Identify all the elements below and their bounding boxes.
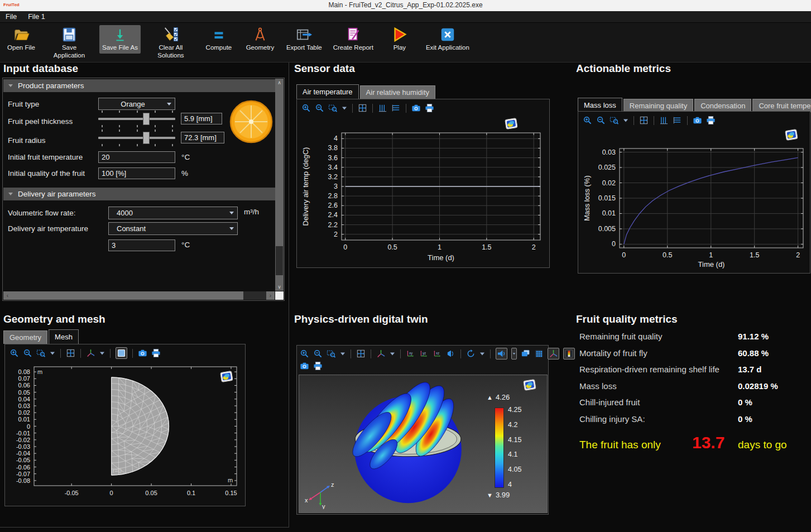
create-report-icon bbox=[345, 26, 362, 43]
caret-down-icon[interactable] bbox=[50, 348, 55, 358]
slider-handle[interactable] bbox=[143, 132, 150, 144]
menu-item-file[interactable]: File bbox=[0, 12, 22, 23]
printer-icon[interactable] bbox=[425, 103, 434, 113]
fruit-radius-slider[interactable] bbox=[98, 130, 175, 146]
scroll-down-icon[interactable]: ∨ bbox=[275, 283, 284, 291]
peel-thickness-slider[interactable] bbox=[98, 111, 175, 127]
open-file-button[interactable]: Open File bbox=[3, 25, 39, 54]
printer-icon[interactable] bbox=[706, 116, 716, 125]
fit-view-icon[interactable] bbox=[358, 103, 367, 113]
slider-track[interactable] bbox=[98, 118, 175, 120]
light-icon[interactable] bbox=[446, 349, 455, 358]
sensor-chart[interactable]: 00.511.5222.22.42.62.833.23.43.63.84Time… bbox=[297, 126, 549, 268]
massloss-chart[interactable]: 00.511.5200.0050.010.0150.020.0250.03Tim… bbox=[578, 141, 811, 275]
y-grid-icon[interactable] bbox=[378, 103, 387, 113]
export-table-button[interactable]: Export Table bbox=[284, 25, 325, 54]
view-xz-icon[interactable]: xz bbox=[433, 349, 442, 358]
axis-triad-icon[interactable] bbox=[548, 348, 559, 360]
zoom-box-icon[interactable] bbox=[327, 349, 336, 358]
mesh-plot[interactable]: -0.0500.050.10.150.080.070.060.050.040.0… bbox=[6, 361, 244, 506]
save-application-button[interactable]: Save Application bbox=[45, 25, 94, 61]
twin-viewport[interactable]: ▲4.264.254.24.154.14.054▼3.99 x y z bbox=[299, 375, 548, 513]
camera-icon[interactable] bbox=[693, 116, 702, 125]
tab-condensation[interactable]: Condensation bbox=[694, 99, 751, 112]
view-yz-icon[interactable]: yz bbox=[419, 349, 429, 358]
scroll-up-icon[interactable]: ∧ bbox=[275, 79, 284, 87]
flow-rate-dropdown[interactable]: 4000 bbox=[108, 207, 238, 219]
zoom-box-icon[interactable] bbox=[36, 348, 46, 358]
axis-triad-icon[interactable] bbox=[376, 349, 386, 358]
initial-quality-input[interactable]: 100 [%] bbox=[98, 167, 175, 179]
y-grid-icon[interactable] bbox=[659, 116, 669, 125]
play-button[interactable]: Play bbox=[382, 25, 418, 54]
tab-mass-loss[interactable]: Mass loss bbox=[578, 98, 622, 112]
delivery-temp-dropdown[interactable]: Constant bbox=[108, 222, 238, 235]
view-xy-icon[interactable]: xy bbox=[406, 349, 415, 358]
caret-down-icon[interactable] bbox=[340, 349, 345, 358]
geometry-button[interactable]: Geometry bbox=[242, 25, 278, 54]
rotate-icon[interactable] bbox=[466, 349, 476, 358]
fit-view-icon[interactable] bbox=[356, 349, 366, 358]
tab-remaining-quality[interactable]: Remaining quality bbox=[623, 99, 693, 112]
slider-handle[interactable] bbox=[143, 113, 150, 125]
delivery-air-header[interactable]: Delivery air parameters bbox=[3, 188, 275, 200]
zoom-out-icon[interactable] bbox=[315, 103, 324, 113]
zoom-box-icon[interactable] bbox=[610, 116, 619, 125]
zoom-out-icon[interactable] bbox=[596, 116, 606, 125]
colorbar-icon[interactable] bbox=[563, 348, 575, 360]
zoom-in-icon[interactable] bbox=[9, 348, 19, 358]
caret-down-icon[interactable] bbox=[342, 103, 347, 113]
exit-application-button[interactable]: Exit Application bbox=[423, 25, 472, 54]
vertical-scrollbar[interactable]: ∧ ∨ bbox=[275, 79, 284, 291]
zoom-box-icon[interactable] bbox=[328, 103, 338, 113]
save-file-as-button[interactable]: Save File As bbox=[99, 25, 141, 54]
scrollbar-thumb[interactable] bbox=[276, 246, 283, 275]
camera-icon[interactable] bbox=[138, 348, 147, 358]
scene-icon[interactable] bbox=[521, 349, 530, 358]
create-report-button[interactable]: Create Report bbox=[330, 25, 376, 54]
caret-down-icon[interactable] bbox=[99, 348, 105, 358]
menu-item-file-1[interactable]: File 1 bbox=[22, 12, 51, 23]
axis-triad-icon[interactable] bbox=[86, 348, 95, 358]
scroll-left-icon[interactable]: ‹ bbox=[3, 291, 12, 300]
fit-view-icon[interactable] bbox=[66, 348, 75, 358]
tab-geometry[interactable]: Geometry bbox=[3, 330, 47, 344]
scroll-right-icon[interactable]: › bbox=[266, 291, 275, 300]
printer-icon[interactable] bbox=[313, 361, 323, 371]
product-parameters-header[interactable]: Product parameters bbox=[3, 79, 275, 92]
zoom-out-icon[interactable] bbox=[313, 349, 323, 358]
x-grid-icon[interactable] bbox=[391, 103, 401, 113]
fruit-radius-value[interactable]: 72.3 [mm] bbox=[181, 132, 224, 143]
zoom-in-icon[interactable] bbox=[583, 116, 592, 125]
camera-icon[interactable] bbox=[300, 361, 309, 371]
grid-icon[interactable] bbox=[534, 349, 544, 358]
constant-temp-input[interactable]: 3 bbox=[108, 239, 175, 251]
x-grid-icon[interactable] bbox=[673, 116, 682, 125]
mesh-grid-icon[interactable] bbox=[116, 347, 127, 359]
caret-down-icon[interactable] bbox=[479, 349, 485, 358]
clear-all-solutions-button[interactable]: Clear All Solutions bbox=[146, 25, 195, 61]
fit-view-icon[interactable] bbox=[639, 116, 649, 125]
zoom-out-icon[interactable] bbox=[23, 348, 32, 358]
metric-label: Remaining fruit quality bbox=[579, 332, 662, 341]
zoom-in-icon[interactable] bbox=[301, 103, 311, 113]
fruit-type-dropdown[interactable]: Orange bbox=[98, 98, 175, 110]
initial-temp-input[interactable]: 20 bbox=[98, 151, 175, 163]
scrollbar-thumb[interactable] bbox=[12, 291, 243, 300]
tab-mesh[interactable]: Mesh bbox=[49, 329, 79, 344]
horizontal-scrollbar[interactable]: ‹ › bbox=[3, 291, 275, 300]
tab-core-fruit-temperature[interactable]: Core fruit temperature bbox=[752, 99, 811, 112]
caret-down-icon[interactable] bbox=[623, 116, 628, 125]
tab-air-temperature[interactable]: Air temperature bbox=[296, 84, 359, 99]
peel-thickness-value[interactable]: 5.9 [mm] bbox=[181, 113, 222, 124]
zoom-in-icon[interactable] bbox=[300, 349, 309, 358]
tab-air-relative-humidity[interactable]: Air relative humidity bbox=[360, 85, 435, 99]
camera-icon[interactable] bbox=[411, 103, 421, 113]
printer-icon[interactable] bbox=[151, 348, 161, 358]
compute-button[interactable]: Compute bbox=[201, 25, 237, 54]
caret-down-icon[interactable] bbox=[390, 349, 395, 358]
digital-twin-title: Physics-driven digital twin bbox=[294, 313, 428, 325]
caret-down-icon[interactable] bbox=[511, 348, 517, 360]
speaker-icon[interactable] bbox=[496, 348, 507, 360]
slider-track[interactable] bbox=[98, 137, 175, 139]
